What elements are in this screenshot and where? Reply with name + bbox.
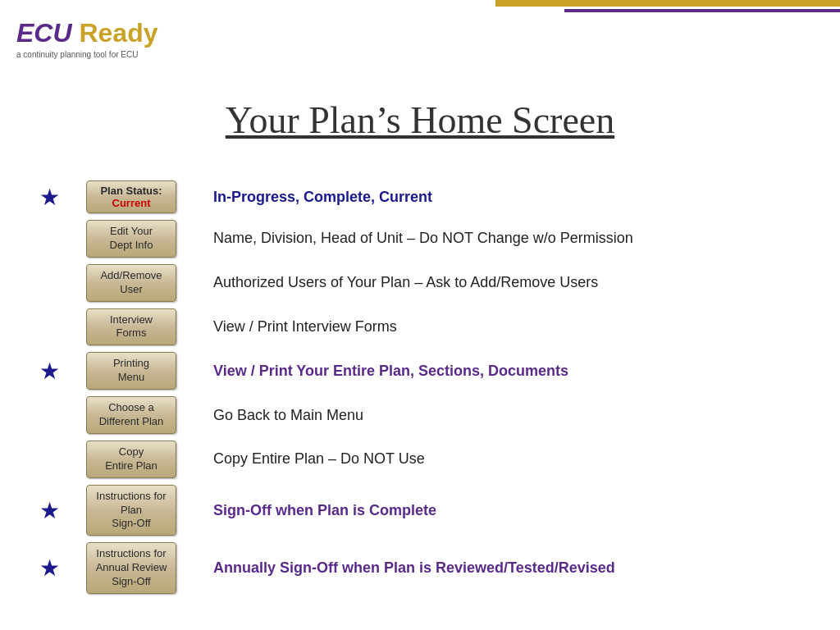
add-remove-user-button[interactable]: Add/RemoveUser [86,264,176,302]
row-add-remove-user: Add/RemoveUser Authorized Users of Your … [33,264,807,302]
btn-col-interview-forms: InterviewForms [66,308,197,346]
plan-status-value: Current [95,197,167,209]
desc-plan-status: In-Progress, Complete, Current [197,189,807,206]
btn-col-printing-menu: PrintingMenu [66,352,197,390]
star-printing-menu: ★ [33,358,66,385]
desc-copy-plan: Copy Entire Plan – Do NOT Use [197,450,807,468]
page-title: Your Plan’s Home Screen [0,98,840,142]
top-bars [495,0,840,15]
star-plan-signoff: ★ [33,497,66,524]
btn-col-edit-dept: Edit YourDept Info [66,220,197,258]
gold-bar [495,0,840,7]
star-annual-review: ★ [33,555,66,582]
desc-add-remove-user: Authorized Users of Your Plan – Ask to A… [197,274,807,291]
btn-col-annual-review: Instructions forAnnual ReviewSign-Off [66,542,197,594]
plan-status-button[interactable]: Plan Status: Current [86,180,176,213]
copy-entire-plan-button[interactable]: CopyEntire Plan [86,441,176,478]
row-printing-menu: ★ PrintingMenu View / Print Your Entire … [33,352,807,390]
plan-status-label: Plan Status: [95,185,167,197]
logo-ready: Ready [79,18,158,48]
logo-text: ECU Ready [16,18,158,48]
desc-printing-menu: View / Print Your Entire Plan, Sections,… [197,363,807,380]
btn-col-add-remove-user: Add/RemoveUser [66,264,197,302]
content-area: ★ Plan Status: Current In-Progress, Comp… [33,180,807,614]
row-choose-different-plan: Choose aDifferent Plan Go Back to Main M… [33,396,807,434]
btn-col-plan-status: Plan Status: Current [66,180,197,213]
logo: ECU Ready a continuity planning tool for… [16,18,158,59]
choose-different-plan-button[interactable]: Choose aDifferent Plan [86,396,176,434]
desc-plan-signoff: Sign-Off when Plan is Complete [197,502,807,519]
purple-bar [564,9,840,12]
plan-signoff-button[interactable]: Instructions forPlanSign-Off [86,485,176,536]
desc-interview-forms: View / Print Interview Forms [197,318,807,336]
row-edit-dept: Edit YourDept Info Name, Division, Head … [33,220,807,258]
row-plan-status: ★ Plan Status: Current In-Progress, Comp… [33,180,807,213]
row-annual-review-signoff: ★ Instructions forAnnual ReviewSign-Off … [33,542,807,594]
desc-edit-dept: Name, Division, Head of Unit – Do NOT Ch… [197,230,807,247]
btn-col-copy-plan: CopyEntire Plan [66,441,197,478]
annual-review-signoff-button[interactable]: Instructions forAnnual ReviewSign-Off [86,542,176,594]
edit-dept-button[interactable]: Edit YourDept Info [86,220,176,258]
star-plan-status: ★ [33,184,66,211]
row-copy-entire-plan: CopyEntire Plan Copy Entire Plan – Do NO… [33,441,807,478]
logo-ecu: ECU [16,18,79,48]
desc-choose-plan: Go Back to Main Menu [197,407,807,424]
row-interview-forms: InterviewForms View / Print Interview Fo… [33,308,807,346]
row-plan-signoff: ★ Instructions forPlanSign-Off Sign-Off … [33,485,807,536]
interview-forms-button[interactable]: InterviewForms [86,308,176,346]
btn-col-choose-plan: Choose aDifferent Plan [66,396,197,434]
btn-col-plan-signoff: Instructions forPlanSign-Off [66,485,197,536]
desc-annual-review: Annually Sign-Off when Plan is Reviewed/… [197,559,807,577]
logo-tagline: a continuity planning tool for ECU [16,50,158,59]
printing-menu-button[interactable]: PrintingMenu [86,352,176,390]
